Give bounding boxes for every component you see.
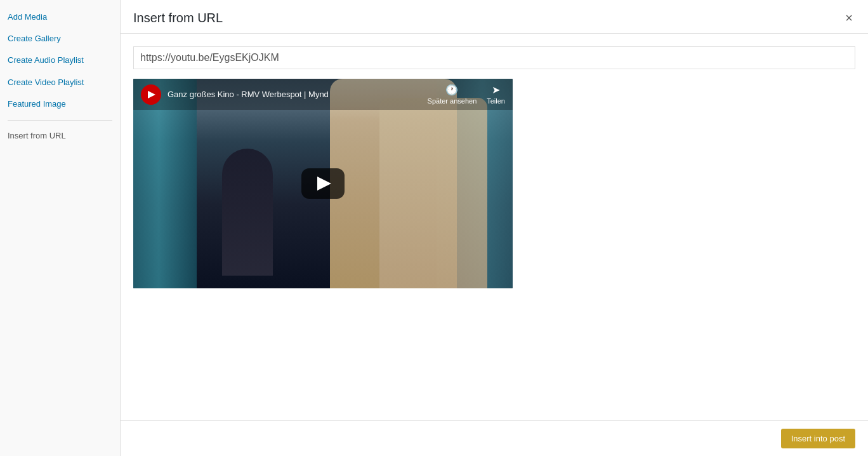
later-label: Später ansehen xyxy=(428,97,477,105)
modal-footer: Insert into post xyxy=(121,420,868,456)
share-icon: ➤ xyxy=(492,84,500,96)
modal-header: Insert from URL × xyxy=(121,0,868,34)
add-media-label: Add Media xyxy=(8,12,47,22)
sidebar-item-create-gallery[interactable]: Create Gallery xyxy=(0,28,120,50)
close-button[interactable]: × xyxy=(843,10,855,25)
insert-into-post-button[interactable]: Insert into post xyxy=(781,429,855,448)
clock-icon: 🕐 xyxy=(445,84,458,96)
insert-from-url-label: Insert from URL xyxy=(8,131,66,140)
figure-silhouette-3 xyxy=(379,98,487,288)
sidebar-item-featured-image[interactable]: Featured Image xyxy=(0,93,120,115)
youtube-top-bar: Ganz großes Kino - RMV Werbespot | Mynd … xyxy=(133,79,513,110)
sidebar-divider xyxy=(8,120,112,121)
sidebar-item-add-media[interactable]: Add Media xyxy=(0,6,120,28)
share-label: Teilen xyxy=(487,97,505,105)
sidebar-item-create-video-playlist[interactable]: Create Video Playlist xyxy=(0,72,120,93)
sidebar-insert-from-url: Insert from URL xyxy=(0,126,120,145)
featured-image-label: Featured Image xyxy=(8,99,66,109)
figure-silhouette-1 xyxy=(222,149,273,276)
sidebar-item-create-audio-playlist[interactable]: Create Audio Playlist xyxy=(0,50,120,71)
modal-title: Insert from URL xyxy=(133,11,223,25)
url-input[interactable] xyxy=(133,46,855,69)
create-video-playlist-label: Create Video Playlist xyxy=(8,77,84,87)
video-preview: Ganz großes Kino - RMV Werbespot | Mynd … xyxy=(133,79,513,288)
youtube-actions: 🕐 Später ansehen ➤ Teilen xyxy=(428,84,505,105)
youtube-logo-play xyxy=(148,91,155,98)
youtube-logo xyxy=(141,84,161,105)
video-title: Ganz großes Kino - RMV Werbespot | Mynd xyxy=(168,90,421,99)
main-panel: Insert from URL × Ganz großes K xyxy=(121,0,868,456)
video-container: Ganz großes Kino - RMV Werbespot | Mynd … xyxy=(133,79,513,288)
create-gallery-label: Create Gallery xyxy=(8,34,61,43)
sidebar: Add Media Create Gallery Create Audio Pl… xyxy=(0,0,121,456)
teal-panel-left xyxy=(133,79,197,288)
create-audio-playlist-label: Create Audio Playlist xyxy=(8,55,84,65)
play-triangle-icon xyxy=(317,177,331,191)
modal-content: Ganz großes Kino - RMV Werbespot | Mynd … xyxy=(121,34,868,420)
watch-later-button[interactable]: 🕐 Später ansehen xyxy=(428,84,477,105)
share-button[interactable]: ➤ Teilen xyxy=(487,84,505,105)
play-button[interactable] xyxy=(301,168,345,199)
